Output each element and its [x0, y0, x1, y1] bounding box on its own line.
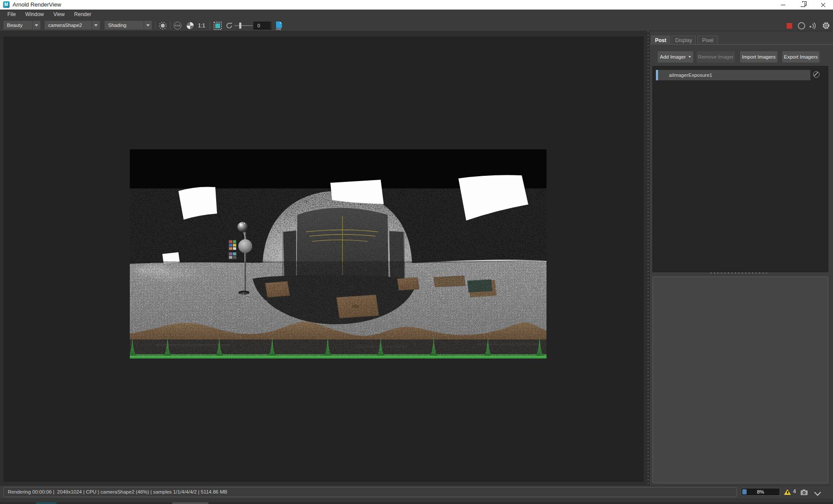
warning-count: 4 [793, 488, 796, 494]
imager-name: aiImagerExposure1 [669, 70, 712, 80]
camera-dropdown-arrow [92, 21, 100, 30]
exposure-slider[interactable] [234, 25, 253, 26]
minimize-icon [781, 5, 785, 5]
taskbar-segment-teal [36, 502, 56, 504]
render-viewport[interactable] [3, 36, 644, 482]
window-title: Arnold RenderView [13, 1, 61, 8]
chevron-down-icon [94, 24, 98, 26]
close-button[interactable] [813, 0, 833, 10]
tab-post[interactable]: Post [651, 36, 670, 45]
rgb-icon: RGB [174, 22, 181, 30]
render-image [130, 149, 547, 359]
imager-list-item[interactable]: aiImagerExposure1 [656, 70, 810, 80]
imager-properties-box [652, 277, 828, 483]
exposure-slider-handle[interactable] [239, 23, 241, 29]
menu-bar: File Window View Render [0, 10, 833, 20]
chevron-down-icon [146, 24, 150, 26]
channel-quadrant-button[interactable] [186, 21, 194, 30]
add-imager-button[interactable]: Add Imager [658, 51, 693, 63]
window-bottom-edge [0, 498, 833, 504]
tab-pixel[interactable]: Pixel [698, 36, 718, 44]
toolbar: Beauty cameraShape2 Shading RGB [0, 20, 833, 31]
chevron-down-icon [688, 56, 691, 58]
toolbar-separator [170, 22, 171, 29]
menu-window[interactable]: Window [20, 10, 49, 20]
menu-view[interactable]: View [49, 10, 69, 20]
warning-icon[interactable] [784, 489, 791, 495]
close-icon [821, 3, 826, 7]
panel-splitter-horizontal[interactable] [711, 273, 768, 274]
settings-button[interactable] [821, 21, 831, 30]
maya-logo-icon: M [3, 1, 10, 8]
zoom-1to1-button[interactable]: 1:1 [198, 23, 205, 29]
shading-dropdown[interactable]: Shading [105, 21, 152, 30]
restore-button[interactable] [793, 0, 813, 10]
panel-splitter-vertical[interactable] [646, 31, 650, 485]
log-icon: LOG [275, 21, 283, 30]
camera-dropdown-value: cameraShape2 [48, 21, 82, 30]
title-bar: M Arnold RenderView [0, 0, 833, 10]
live-render-feed-button[interactable] [808, 21, 817, 30]
shading-dropdown-arrow [144, 21, 152, 30]
warning-exclamation [787, 491, 788, 494]
quadrant-icon [186, 22, 194, 30]
taskbar-sliver [0, 502, 833, 504]
refresh-loop-button[interactable] [798, 22, 805, 30]
taskbar-segment-gray [172, 502, 208, 504]
stop-render-button[interactable] [787, 23, 792, 29]
imagers-panel: Post Display Pixel Add Imager Remove Ima… [650, 31, 833, 485]
imager-selected-bar [656, 70, 658, 80]
arnold-renderview-window: M Arnold RenderView File Window View Ren… [0, 0, 833, 504]
rgb-channels-button[interactable]: RGB [173, 21, 182, 30]
panel-tab-row: Post Display Pixel [650, 36, 833, 45]
dashed-circle-icon [158, 21, 167, 30]
svg-text:LOG: LOG [276, 28, 281, 30]
minimize-button[interactable] [773, 0, 793, 10]
refresh-render-button[interactable] [225, 21, 234, 30]
gear-icon [822, 21, 830, 30]
chevron-down-icon [35, 24, 38, 26]
aov-dropdown-arrow [32, 21, 40, 30]
render-progress-bar: 8% [741, 488, 780, 496]
snapshot-button[interactable] [800, 489, 808, 495]
aov-dropdown[interactable]: Beauty [3, 21, 40, 30]
expand-chevron[interactable] [814, 489, 821, 496]
disable-imager-icon[interactable] [813, 71, 820, 78]
toolbar-separator [271, 22, 271, 29]
menu-render[interactable]: Render [69, 10, 96, 20]
menu-file[interactable]: File [3, 10, 20, 20]
log-view-button[interactable]: LOG [274, 21, 283, 30]
content-area: Post Display Pixel Add Imager Remove Ima… [0, 31, 833, 485]
tab-display[interactable]: Display [672, 36, 696, 44]
crop-region-icon [214, 22, 222, 30]
add-imager-label: Add Imager [660, 54, 685, 59]
toolbar-separator [155, 22, 155, 29]
camera-icon [800, 489, 808, 495]
isolate-selected-icon[interactable] [158, 21, 168, 30]
restore-icon [801, 3, 805, 7]
export-imagers-button[interactable]: Export Imagers [782, 51, 820, 63]
camera-dropdown[interactable]: cameraShape2 [45, 21, 100, 30]
render-status-text: Rendering 00:00:06 | 2049x1024 | CPU | c… [8, 488, 227, 497]
aov-dropdown-value: Beauty [7, 21, 23, 30]
remove-imager-button[interactable]: Remove Imager [697, 51, 735, 63]
signal-waves-icon [809, 22, 817, 30]
status-bar: Rendering 00:00:06 | 2049x1024 | CPU | c… [0, 485, 833, 498]
status-message-box: Rendering 00:00:06 | 2049x1024 | CPU | c… [3, 487, 737, 497]
import-imagers-button[interactable]: Import Imagers [740, 51, 777, 63]
exposure-value-field[interactable] [254, 22, 272, 30]
toolbar-separator [210, 22, 210, 29]
shading-dropdown-value: Shading [108, 21, 126, 30]
refresh-icon [225, 22, 233, 30]
imager-list: aiImagerExposure1 [652, 66, 828, 272]
progress-percent: 8% [741, 488, 780, 495]
crop-region-button[interactable] [213, 21, 222, 30]
